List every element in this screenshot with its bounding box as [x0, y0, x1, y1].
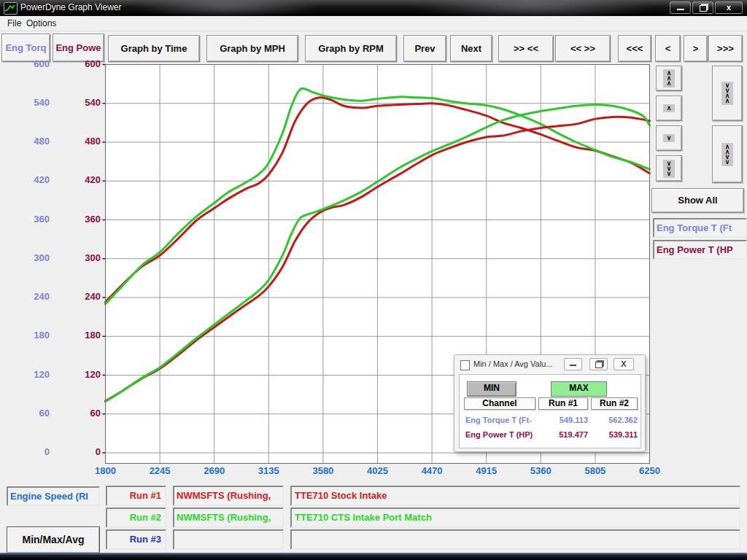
rpm-tick-label: 5360 — [514, 465, 568, 476]
x-channel-box: Engine Speed (RI — [7, 486, 100, 506]
scroll-down-button[interactable]: ∨ — [656, 125, 682, 151]
run-label-1: Run #1 — [106, 486, 166, 506]
graph-by-time-button[interactable]: Graph by Time — [108, 35, 200, 62]
zoom-in-x-button[interactable]: >> << — [498, 35, 554, 62]
torque-tick-label: 300 — [0, 252, 51, 264]
glass-streak — [409, 0, 657, 16]
run-label-2: Run #2 — [106, 508, 166, 528]
menu-bar: File Options — [0, 16, 747, 31]
prev-button[interactable]: Prev — [403, 35, 446, 62]
run-2-source-field[interactable]: NWMSFTS (Rushing, — [173, 508, 284, 528]
rpm-tick-label: 4915 — [460, 465, 514, 476]
minmax-close-button[interactable]: X — [614, 358, 634, 370]
torque-tick-label: 180 — [0, 330, 51, 341]
power-tick-label: 540 — [0, 97, 102, 109]
rpm-tick-label: 4470 — [405, 465, 459, 476]
step-right-button[interactable]: > — [684, 35, 708, 62]
channel-label-torque[interactable]: Eng Torque T (Ft — [653, 218, 747, 238]
maximize-button[interactable] — [692, 1, 713, 14]
menu-file[interactable]: File — [4, 18, 24, 29]
run-3-description-field[interactable] — [290, 529, 740, 550]
minmaxavg-button[interactable]: Min/Max/Avg — [7, 526, 100, 553]
torque-tick-label: 240 — [0, 291, 51, 303]
graph-by-rpm-button[interactable]: Graph by RPM — [305, 35, 397, 62]
minmax-run2-value: 539.311 — [587, 430, 638, 439]
step-left-button[interactable]: < — [655, 35, 681, 62]
run-1-source-field[interactable]: NWMSFTS (Rushing, — [173, 486, 284, 506]
torque-tick-label: 420 — [0, 174, 51, 186]
powerdyne-window: PowerDyne Graph Viewer x File Options En… — [0, 0, 747, 560]
torque-tick-label: 360 — [0, 214, 51, 225]
run-1-description-field[interactable]: TTE710 Stock Intake — [290, 486, 740, 506]
run-label-3: Run #3 — [106, 529, 166, 550]
run-3-source-field[interactable] — [173, 529, 284, 550]
axis-button-power[interactable]: Eng Powe — [53, 34, 104, 62]
rpm-tick-label: 5805 — [568, 465, 622, 476]
minmax-window-icon — [460, 360, 470, 370]
jump-left-button[interactable]: <<< — [618, 35, 651, 62]
torque-tick-label: 120 — [0, 369, 51, 381]
minmax-window-title: Min / Max / Avg Valu... — [473, 359, 552, 368]
torque-tick-label: 60 — [0, 408, 51, 419]
power-tick-label: 60 — [0, 408, 102, 419]
expand-range-icon: ∧∧∨∨ — [721, 143, 734, 166]
rpm-tick-label: 4025 — [351, 465, 405, 476]
y-axis-torque-ticks: 600540480420360300240180120600 — [0, 0, 51, 560]
torque-tick-label: 0 — [0, 446, 51, 458]
graph-by-mph-button[interactable]: Graph by MPH — [206, 35, 298, 62]
expand-range-button[interactable]: ∧∧∨∨ — [712, 125, 743, 183]
run-2-description-field[interactable]: TTE710 CTS Intake Port Match — [290, 508, 740, 528]
maximize-icon — [700, 5, 707, 12]
scroll-up-fast-button[interactable]: ∧∧∧ — [656, 66, 682, 91]
minmax-maximize-button[interactable] — [589, 358, 608, 370]
max-button[interactable]: MAX — [551, 381, 607, 397]
app-icon — [4, 2, 18, 15]
rpm-tick-label: 1800 — [79, 465, 133, 476]
close-button[interactable]: x — [715, 1, 743, 14]
scroll-up-button[interactable]: ∧ — [656, 96, 682, 121]
chevron-glyph: ∧ — [667, 106, 672, 111]
maximize-icon — [595, 362, 603, 368]
collapse-range-icon: ∨∨∧∧ — [721, 82, 734, 105]
chevron-glyph: ∨ — [725, 160, 730, 165]
minmax-col-run2: Run #2 — [591, 397, 638, 410]
minmax-row-channel: Eng Power T (HP) — [465, 430, 533, 439]
close-icon: x — [727, 3, 731, 12]
minmax-col-channel: Channel — [464, 397, 535, 410]
next-button[interactable]: Next — [450, 35, 492, 62]
scroll-down-fast-button[interactable]: ∨∨∨ — [656, 155, 682, 182]
rpm-tick-label: 3135 — [241, 465, 295, 476]
close-icon: X — [621, 359, 626, 368]
rpm-tick-label: 2245 — [133, 465, 187, 476]
rpm-tick-label: 6250 — [623, 465, 677, 476]
window-title: PowerDyne Graph Viewer — [20, 2, 122, 12]
collapse-range-button[interactable]: ∨∨∧∧ — [712, 66, 743, 121]
minmax-run2-value: 562.362 — [587, 416, 638, 424]
minmax-panel: MIN MAX Channel Run #1 Run #2 Eng Torque… — [459, 374, 641, 448]
title-bar: PowerDyne Graph Viewer x — [0, 0, 747, 16]
power-tick-label: 420 — [0, 174, 102, 186]
minmax-col-run1: Run #1 — [538, 397, 588, 410]
torque-tick-label: 480 — [0, 136, 51, 147]
rpm-tick-label: 2690 — [187, 465, 241, 476]
power-tick-label: 240 — [0, 291, 102, 303]
zoom-out-x-button[interactable]: << >> — [555, 35, 611, 62]
scroll-down-fast-icon: ∨∨∨ — [663, 160, 676, 178]
minmax-run1-value: 519.477 — [537, 430, 588, 439]
show-all-button[interactable]: Show All — [651, 188, 744, 213]
glass-streak — [131, 0, 321, 16]
minimize-button[interactable] — [670, 1, 691, 14]
scroll-down-icon: ∨ — [663, 134, 676, 142]
axis-button-torque[interactable]: Eng Torq — [1, 34, 50, 62]
min-button[interactable]: MIN — [467, 381, 516, 397]
power-tick-label: 360 — [0, 214, 102, 225]
power-tick-label: 480 — [0, 136, 102, 147]
jump-right-button[interactable]: >>> — [708, 35, 743, 62]
minmax-row-channel: Eng Torque T (Ft- — [465, 416, 532, 424]
minmax-minimize-button[interactable] — [564, 358, 582, 370]
channel-label-power[interactable]: Eng Power T (HP — [653, 240, 747, 260]
chevron-glyph: ∨ — [667, 171, 672, 176]
minmax-run1-value: 549.113 — [537, 416, 588, 424]
menu-options[interactable]: Options — [23, 18, 59, 29]
chevron-glyph: ∧ — [667, 81, 672, 86]
